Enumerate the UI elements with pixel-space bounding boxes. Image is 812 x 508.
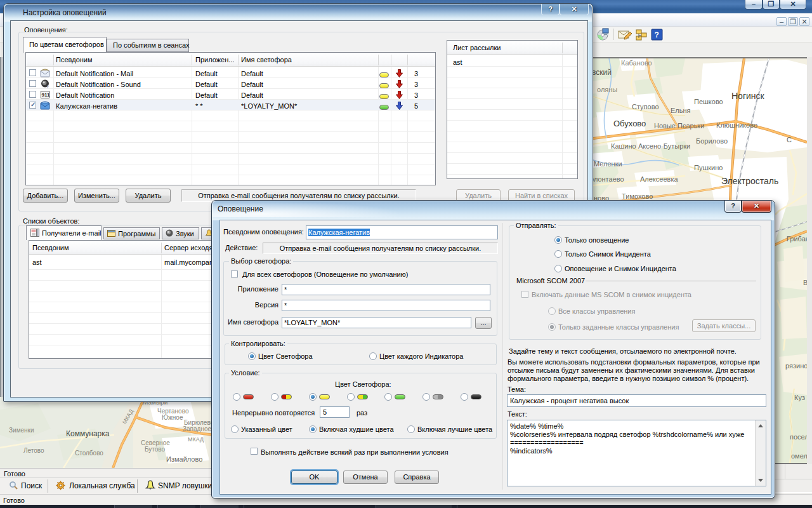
svg-text:вский: вский — [592, 68, 612, 77]
svg-text:рязино: рязино — [785, 362, 807, 370]
svg-text:Обухово: Обухово — [613, 119, 646, 128]
svg-text:Южное: Южное — [162, 414, 183, 421]
svg-text:Новые Псарьки: Новые Псарьки — [654, 122, 704, 130]
svg-text:Бутово: Бутово — [145, 446, 166, 453]
svg-text:Ельня: Ельня — [671, 107, 691, 114]
svg-text:Грибан: Грибан — [787, 235, 807, 243]
svg-text:Пешково: Пешково — [694, 98, 723, 105]
svg-text:Зименки: Зименки — [9, 427, 34, 434]
svg-text:МКАД: МКАД — [188, 436, 204, 443]
svg-text:поселок: поселок — [790, 433, 807, 441]
svg-text:Кашино: Кашино — [611, 142, 636, 150]
svg-text:911: 911 — [42, 92, 50, 98]
svg-text:Пушкино: Пушкино — [694, 164, 723, 171]
svg-text:омелино: омелино — [791, 452, 807, 460]
svg-text:Летово: Летово — [23, 447, 44, 454]
svg-text:олонтаево: олонтаево — [590, 175, 624, 183]
svg-text:Западное: Западное — [183, 425, 211, 432]
svg-text:Аксено-Бутырки: Аксено-Бутырки — [638, 142, 690, 150]
svg-text:Клюшниково: Клюшниково — [716, 121, 757, 129]
svg-text:Меленки: Меленки — [594, 160, 622, 168]
svg-text:Алексеевка: Алексеевка — [640, 175, 678, 183]
svg-text:Тимохово: Тимохово — [622, 192, 653, 200]
svg-text:Столбово: Столбово — [75, 450, 103, 457]
svg-text:Коммунарка: Коммунарка — [66, 429, 110, 438]
svg-text:Ступово: Ступово — [632, 103, 659, 110]
svg-text:Измайлово: Измайлово — [166, 455, 202, 463]
svg-text:С: С — [787, 136, 792, 144]
svg-text:Куз: Куз — [794, 394, 805, 401]
svg-text:Электросталь: Электросталь — [721, 176, 778, 186]
svg-text:Борилово: Борилово — [696, 137, 728, 145]
svg-text:оляны: оляны — [597, 86, 617, 93]
svg-text:?: ? — [655, 30, 659, 39]
svg-text:Кабаново: Кабаново — [621, 59, 652, 67]
svg-text:Ногинск: Ногинск — [731, 91, 765, 101]
